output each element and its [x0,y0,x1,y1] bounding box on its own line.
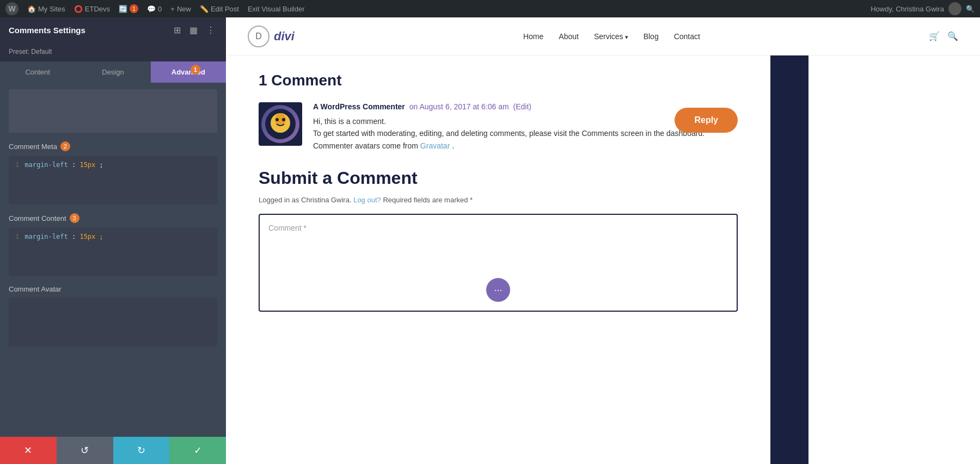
cancel-button[interactable]: ✕ [0,437,57,464]
site-nav: Home About Services Blog Contact [523,32,700,41]
admin-bar-updates[interactable]: 🔄 1 [119,4,138,13]
nav-home[interactable]: Home [523,32,543,41]
css-value: 15px [79,161,95,169]
admin-bar: W 🏠 My Sites ⭕ ETDevs 🔄 1 💬 0 + New ✏️ E… [0,0,980,17]
wp-logo-icon[interactable]: W [5,2,19,15]
undo-button[interactable]: ↺ [57,437,113,464]
main-layout: Comments Settings ⊞ ▦ ⋮ Preset: Default … [0,17,980,464]
comment-meta-badge: 2 [60,141,70,151]
tab-content[interactable]: Content [0,61,75,83]
comment-meta-section: Comment Meta 2 [9,141,217,151]
submit-info: Logged in as Christina Gwira. Log out? R… [259,196,738,204]
admin-bar-mysites[interactable]: 🏠 My Sites [27,5,65,13]
comment-content-editor[interactable]: 1 margin-left : 15px ; [9,227,217,276]
redo-button[interactable]: ↻ [113,437,170,464]
comment-author: A WordPress Commenter [313,102,405,111]
comment-meta-editor[interactable]: 1 margin-left : 15px ; [9,156,217,205]
panel-title: Comments Settings [9,26,85,35]
preset-row: Preset: Default [0,43,226,61]
line-number-2: 1 [15,233,19,240]
admin-bar-editpost[interactable]: ✏️ Edit Post [200,5,239,13]
comment-author-line: A WordPress Commenter on August 6, 2017 … [313,102,738,111]
edit-icon: ✏️ [200,5,209,13]
tab-advanced[interactable]: Advanced 1 [151,61,226,83]
avatar-svg [264,108,297,140]
comment-gravatar-line: Commenter avatars come from Gravatar . [313,140,738,152]
search-icon[interactable]: 🔍 [947,31,958,41]
updates-badge: 1 [130,4,138,13]
reply-button[interactable]: Reply [675,108,738,133]
comment-content-badge: 3 [70,213,79,223]
svg-point-4 [282,118,285,121]
tab-design[interactable]: Design [75,61,150,83]
comment-block: A WordPress Commenter on August 6, 2017 … [259,102,738,152]
right-content: D divi Home About Services Blog Contact … [226,17,980,464]
panel-content: Comment Meta 2 1 margin-left : 15px ; Co… [0,83,226,437]
nav-about[interactable]: About [559,32,579,41]
logo-text: divi [274,29,295,44]
comment-avatar-editor[interactable] [9,298,217,347]
comment-text: Hi, this is a comment. To get started wi… [313,115,738,152]
gravatar-link[interactable]: Gravatar [420,141,450,150]
top-code-editor [9,89,217,133]
content-inner: 1 Comment [226,55,770,464]
panel-header: Comments Settings ⊞ ▦ ⋮ [0,17,226,43]
css-property-2: margin-left [24,233,68,240]
comment-textarea-wrapper: Comment * ··· [259,214,738,312]
comment-date: on August 6, 2017 at 6:06 am [409,102,509,111]
cursor: ; [100,233,103,240]
admin-bar-new[interactable]: + New [170,5,191,13]
search-icon[interactable]: 🔍 [966,5,975,13]
admin-bar-comments[interactable]: 💬 0 [147,5,162,13]
panel-footer: ✕ ↺ ↻ ✓ [0,437,226,464]
layout-icon[interactable]: ▦ [187,24,200,36]
panel-tabs: Content Design Advanced 1 [0,61,226,83]
nav-services[interactable]: Services [594,32,628,41]
admin-bar-right: Howdy, Christina Gwira 🔍 [871,2,975,15]
comment-avatar-section: Comment Avatar [9,285,217,293]
preset-label[interactable]: Preset: Default [9,48,52,55]
more-icon[interactable]: ⋮ [204,24,217,36]
cart-icon[interactable]: 🛒 [929,31,940,41]
site-header: D divi Home About Services Blog Contact … [226,17,980,55]
line-number: 1 [15,161,19,169]
comment-content-section: Comment Content 3 [9,213,217,223]
logout-link[interactable]: Log out? [353,196,381,204]
dark-right-sidebar [770,55,808,464]
comment-body: A WordPress Commenter on August 6, 2017 … [313,102,738,152]
comments-icon: 💬 [147,5,156,13]
page-content: 1 Comment [226,55,980,464]
panel-header-icons: ⊞ ▦ ⋮ [171,24,217,36]
logo-circle: D [248,26,270,47]
comment-edit[interactable]: (Edit) [513,102,531,111]
svg-point-3 [275,118,279,121]
comments-title: 1 Comment [259,72,738,89]
admin-bar-etdevs[interactable]: ⭕ ETDevs [74,5,110,13]
nav-blog[interactable]: Blog [644,32,659,41]
etdevs-icon: ⭕ [74,5,83,13]
admin-bar-exitbuilder[interactable]: Exit Visual Builder [248,5,305,13]
save-button[interactable]: ✓ [169,437,226,464]
nav-icons: 🛒 🔍 [929,31,958,41]
plus-icon: + [170,5,175,13]
dots-menu-button[interactable]: ··· [486,278,510,302]
css-property: margin-left [24,161,68,169]
avatar-placeholder [261,105,299,143]
nav-contact[interactable]: Contact [674,32,700,41]
comment-avatar [259,102,302,146]
advanced-tab-badge: 1 [191,65,200,75]
submit-title: Submit a Comment [259,168,738,188]
expand-icon[interactable]: ⊞ [171,24,183,36]
left-panel: Comments Settings ⊞ ▦ ⋮ Preset: Default … [0,17,226,464]
site-logo: D divi [248,26,295,47]
updates-icon: 🔄 [119,5,127,13]
css-value-2: 15px [79,233,95,240]
user-avatar[interactable] [948,2,961,15]
home-icon: 🏠 [27,5,36,13]
